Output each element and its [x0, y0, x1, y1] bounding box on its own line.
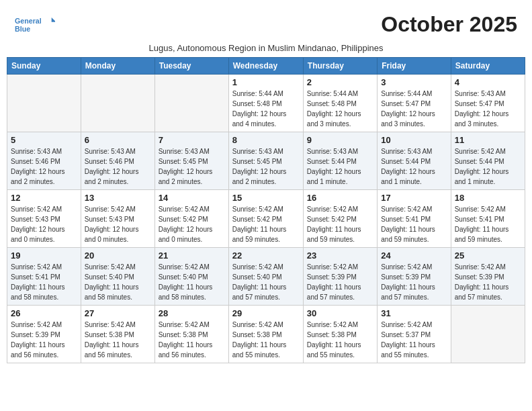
- day-number: 17: [381, 193, 447, 203]
- day-number: 8: [232, 135, 300, 145]
- svg-text:General: General: [15, 17, 42, 25]
- day-info: Sunrise: 5:43 AM Sunset: 5:45 PM Dayligh…: [159, 146, 225, 187]
- calendar-cell: 1Sunrise: 5:44 AM Sunset: 5:48 PM Daylig…: [228, 75, 303, 132]
- calendar-cell: 28Sunrise: 5:42 AM Sunset: 5:38 PM Dayli…: [154, 306, 228, 363]
- calendar-cell: [7, 75, 81, 132]
- calendar-cell: 3Sunrise: 5:44 AM Sunset: 5:47 PM Daylig…: [378, 75, 451, 132]
- calendar-cell: 9Sunrise: 5:43 AM Sunset: 5:44 PM Daylig…: [303, 132, 377, 190]
- logo-svg: General Blue: [15, 12, 55, 39]
- day-number: 24: [381, 250, 447, 261]
- day-number: 2: [307, 77, 373, 87]
- calendar-cell: 7Sunrise: 5:43 AM Sunset: 5:45 PM Daylig…: [154, 132, 228, 190]
- day-number: 7: [159, 135, 225, 145]
- calendar-week-row: 26Sunrise: 5:42 AM Sunset: 5:39 PM Dayli…: [7, 306, 525, 363]
- day-number: 21: [159, 250, 225, 261]
- weekday-header-sunday: Sunday: [7, 58, 81, 75]
- day-number: 3: [381, 77, 447, 87]
- day-number: 22: [232, 250, 300, 261]
- day-number: 29: [232, 308, 300, 318]
- day-info: Sunrise: 5:42 AM Sunset: 5:38 PM Dayligh…: [307, 320, 373, 360]
- subtitle: Lugus, Autonomous Region in Muslim Minda…: [7, 43, 525, 53]
- calendar-week-row: 1Sunrise: 5:44 AM Sunset: 5:48 PM Daylig…: [7, 75, 525, 132]
- day-number: 9: [307, 135, 373, 145]
- day-info: Sunrise: 5:42 AM Sunset: 5:44 PM Dayligh…: [455, 146, 521, 187]
- day-info: Sunrise: 5:42 AM Sunset: 5:40 PM Dayligh…: [232, 262, 300, 302]
- calendar-cell: 25Sunrise: 5:42 AM Sunset: 5:39 PM Dayli…: [451, 248, 525, 306]
- calendar-cell: 30Sunrise: 5:42 AM Sunset: 5:38 PM Dayli…: [303, 306, 377, 363]
- day-number: 4: [455, 77, 521, 87]
- calendar-cell: 12Sunrise: 5:42 AM Sunset: 5:43 PM Dayli…: [7, 190, 81, 248]
- day-number: 20: [85, 250, 151, 261]
- calendar-cell: 20Sunrise: 5:42 AM Sunset: 5:40 PM Dayli…: [81, 248, 154, 306]
- weekday-header-monday: Monday: [81, 58, 154, 75]
- day-info: Sunrise: 5:42 AM Sunset: 5:41 PM Dayligh…: [381, 204, 447, 244]
- day-info: Sunrise: 5:42 AM Sunset: 5:38 PM Dayligh…: [232, 320, 300, 360]
- day-number: 10: [381, 135, 447, 145]
- calendar-cell: 17Sunrise: 5:42 AM Sunset: 5:41 PM Dayli…: [378, 190, 451, 248]
- calendar-cell: 5Sunrise: 5:43 AM Sunset: 5:46 PM Daylig…: [7, 132, 81, 190]
- calendar-cell: 23Sunrise: 5:42 AM Sunset: 5:39 PM Dayli…: [303, 248, 377, 306]
- calendar-cell: 26Sunrise: 5:42 AM Sunset: 5:39 PM Dayli…: [7, 306, 81, 363]
- day-info: Sunrise: 5:42 AM Sunset: 5:39 PM Dayligh…: [11, 320, 77, 360]
- calendar-cell: 10Sunrise: 5:43 AM Sunset: 5:44 PM Dayli…: [378, 132, 451, 190]
- day-number: 31: [381, 308, 447, 318]
- calendar-cell: 11Sunrise: 5:42 AM Sunset: 5:44 PM Dayli…: [451, 132, 525, 190]
- day-number: 14: [159, 193, 225, 203]
- month-title: October 2025: [381, 12, 517, 37]
- calendar-cell: 4Sunrise: 5:43 AM Sunset: 5:47 PM Daylig…: [451, 75, 525, 132]
- day-info: Sunrise: 5:42 AM Sunset: 5:41 PM Dayligh…: [11, 262, 77, 302]
- day-info: Sunrise: 5:44 AM Sunset: 5:47 PM Dayligh…: [381, 89, 447, 129]
- day-info: Sunrise: 5:43 AM Sunset: 5:46 PM Dayligh…: [85, 146, 151, 187]
- day-number: 27: [85, 308, 151, 318]
- calendar-cell: 13Sunrise: 5:42 AM Sunset: 5:43 PM Dayli…: [81, 190, 154, 248]
- calendar-cell: 24Sunrise: 5:42 AM Sunset: 5:39 PM Dayli…: [378, 248, 451, 306]
- day-info: Sunrise: 5:43 AM Sunset: 5:44 PM Dayligh…: [381, 146, 447, 187]
- day-number: 28: [159, 308, 225, 318]
- day-info: Sunrise: 5:42 AM Sunset: 5:43 PM Dayligh…: [11, 204, 77, 244]
- day-info: Sunrise: 5:43 AM Sunset: 5:46 PM Dayligh…: [11, 146, 77, 187]
- day-number: 1: [232, 77, 300, 87]
- header: General Blue October 2025: [7, 7, 525, 42]
- day-number: 6: [85, 135, 151, 145]
- day-number: 26: [11, 308, 77, 318]
- logo: General Blue: [15, 12, 55, 39]
- day-number: 23: [307, 250, 373, 261]
- day-info: Sunrise: 5:42 AM Sunset: 5:38 PM Dayligh…: [159, 320, 225, 360]
- calendar-cell: 15Sunrise: 5:42 AM Sunset: 5:42 PM Dayli…: [228, 190, 303, 248]
- calendar-table: SundayMondayTuesdayWednesdayThursdayFrid…: [7, 57, 525, 363]
- calendar-week-row: 19Sunrise: 5:42 AM Sunset: 5:41 PM Dayli…: [7, 248, 525, 306]
- day-info: Sunrise: 5:42 AM Sunset: 5:42 PM Dayligh…: [232, 204, 300, 244]
- calendar-week-row: 12Sunrise: 5:42 AM Sunset: 5:43 PM Dayli…: [7, 190, 525, 248]
- calendar-cell: [81, 75, 154, 132]
- calendar-cell: 22Sunrise: 5:42 AM Sunset: 5:40 PM Dayli…: [228, 248, 303, 306]
- calendar-week-row: 5Sunrise: 5:43 AM Sunset: 5:46 PM Daylig…: [7, 132, 525, 190]
- day-number: 13: [85, 193, 151, 203]
- day-number: 18: [455, 193, 521, 203]
- calendar-cell: 21Sunrise: 5:42 AM Sunset: 5:40 PM Dayli…: [154, 248, 228, 306]
- day-info: Sunrise: 5:42 AM Sunset: 5:41 PM Dayligh…: [455, 204, 521, 244]
- calendar-cell: 8Sunrise: 5:43 AM Sunset: 5:45 PM Daylig…: [228, 132, 303, 190]
- calendar-cell: 6Sunrise: 5:43 AM Sunset: 5:46 PM Daylig…: [81, 132, 154, 190]
- day-info: Sunrise: 5:42 AM Sunset: 5:42 PM Dayligh…: [307, 204, 373, 244]
- day-number: 30: [307, 308, 373, 318]
- calendar-cell: 18Sunrise: 5:42 AM Sunset: 5:41 PM Dayli…: [451, 190, 525, 248]
- day-number: 5: [11, 135, 77, 145]
- svg-text:Blue: Blue: [15, 25, 30, 33]
- calendar-header-row: SundayMondayTuesdayWednesdayThursdayFrid…: [7, 58, 525, 75]
- day-info: Sunrise: 5:42 AM Sunset: 5:39 PM Dayligh…: [455, 262, 521, 302]
- calendar-cell: 29Sunrise: 5:42 AM Sunset: 5:38 PM Dayli…: [228, 306, 303, 363]
- calendar-cell: 14Sunrise: 5:42 AM Sunset: 5:42 PM Dayli…: [154, 190, 228, 248]
- calendar-cell: 16Sunrise: 5:42 AM Sunset: 5:42 PM Dayli…: [303, 190, 377, 248]
- weekday-header-thursday: Thursday: [303, 58, 377, 75]
- calendar-cell: 19Sunrise: 5:42 AM Sunset: 5:41 PM Dayli…: [7, 248, 81, 306]
- weekday-header-tuesday: Tuesday: [154, 58, 228, 75]
- day-info: Sunrise: 5:42 AM Sunset: 5:40 PM Dayligh…: [85, 262, 151, 302]
- day-info: Sunrise: 5:44 AM Sunset: 5:48 PM Dayligh…: [307, 89, 373, 129]
- day-number: 11: [455, 135, 521, 145]
- day-info: Sunrise: 5:42 AM Sunset: 5:40 PM Dayligh…: [159, 262, 225, 302]
- day-info: Sunrise: 5:44 AM Sunset: 5:48 PM Dayligh…: [232, 89, 300, 129]
- day-number: 19: [11, 250, 77, 261]
- calendar-cell: [451, 306, 525, 363]
- weekday-header-friday: Friday: [378, 58, 451, 75]
- calendar-cell: 31Sunrise: 5:42 AM Sunset: 5:37 PM Dayli…: [378, 306, 451, 363]
